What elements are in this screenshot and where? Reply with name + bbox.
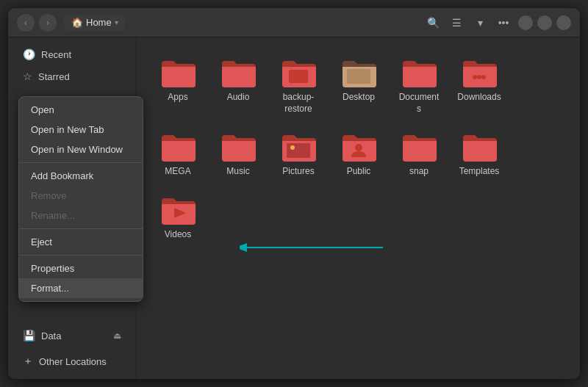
nav-buttons: ‹ ›	[17, 14, 57, 32]
folder-apps[interactable]: Apps	[151, 52, 204, 119]
sidebar-item-data-label: Data	[41, 330, 61, 341]
titlebar: ‹ › 🏠 Home ▾ 🔍 ☰ ▾ ••• – □ ✕	[8, 8, 580, 37]
ctx-format[interactable]: Format...	[19, 278, 143, 298]
folder-documents-label: Documents	[397, 92, 441, 115]
breadcrumb[interactable]: 🏠 Home ▾	[64, 14, 126, 31]
folder-mega-icon	[159, 131, 197, 163]
folder-grid: Apps Audio	[151, 52, 565, 245]
forward-button[interactable]: ›	[39, 14, 57, 32]
sidebar-item-other-locations[interactable]: ＋ Other Locations	[11, 350, 133, 372]
titlebar-actions: 🔍 ☰ ▾ •••	[424, 14, 512, 32]
svg-point-6	[481, 75, 486, 79]
svg-rect-3	[347, 69, 370, 84]
folder-videos[interactable]: Videos	[151, 189, 204, 245]
folder-templates-icon	[460, 131, 498, 163]
window-controls: – □ ✕	[518, 15, 571, 30]
folder-music[interactable]: Music	[212, 126, 265, 182]
folder-snap-label: snap	[409, 166, 429, 178]
folder-desktop-label: Desktop	[343, 92, 375, 104]
ctx-separator-3	[19, 255, 143, 256]
folder-snap-icon	[400, 131, 438, 163]
folder-desktop-icon	[340, 57, 378, 89]
search-icon: 🔍	[427, 17, 440, 29]
maximize-button[interactable]: □	[537, 15, 552, 30]
view-menu-button[interactable]: ☰	[448, 14, 465, 32]
svg-rect-7	[287, 143, 310, 158]
folder-public-icon	[340, 131, 378, 163]
folder-backup-restore-icon	[279, 57, 318, 89]
file-manager-window: ‹ › 🏠 Home ▾ 🔍 ☰ ▾ ••• – □ ✕	[7, 7, 581, 380]
breadcrumb-label: Home	[86, 17, 112, 28]
sidebar-item-starred-label: Starred	[38, 71, 70, 82]
folder-apps-icon	[159, 57, 197, 89]
folder-videos-icon	[159, 194, 197, 226]
svg-point-9	[355, 144, 362, 151]
ctx-properties[interactable]: Properties	[19, 258, 143, 278]
breadcrumb-arrow: ▾	[115, 18, 118, 26]
filter-button[interactable]: ▾	[471, 14, 489, 32]
sidebar-item-recent-label: Recent	[41, 49, 71, 60]
folder-audio[interactable]: Audio	[212, 52, 265, 119]
context-menu: Open Open in New Tab Open in New Window …	[18, 96, 143, 302]
ctx-open[interactable]: Open	[19, 100, 143, 120]
folder-music-icon	[219, 131, 257, 163]
folder-music-label: Music	[226, 166, 249, 178]
svg-point-4	[473, 75, 477, 79]
folder-documents-icon	[400, 57, 438, 89]
list-icon: ☰	[452, 17, 462, 29]
minimize-button[interactable]: –	[518, 15, 533, 30]
folder-backup-restore-label: backup-restore	[276, 92, 320, 115]
folder-public[interactable]: Public	[332, 126, 385, 182]
main-layout: 🕐 Recent ☆ Starred Open Open in New Tab …	[8, 37, 580, 379]
ctx-remove: Remove	[19, 186, 143, 206]
more-icon: •••	[498, 17, 509, 29]
sidebar-item-recent[interactable]: 🕐 Recent	[11, 44, 133, 65]
filter-icon: ▾	[478, 17, 483, 29]
folder-mega[interactable]: MEGA	[151, 126, 204, 182]
folder-downloads-icon	[460, 57, 498, 89]
folder-audio-icon	[219, 57, 257, 89]
ctx-add-bookmark[interactable]: Add Bookmark	[19, 166, 143, 186]
folder-snap[interactable]: snap	[392, 126, 445, 182]
sidebar-item-starred[interactable]: ☆ Starred	[11, 66, 133, 87]
folder-videos-label: Videos	[165, 229, 191, 241]
folder-audio-label: Audio	[227, 92, 250, 104]
folder-backup-restore[interactable]: backup-restore	[272, 52, 325, 119]
sidebar-item-other-locations-label: Other Locations	[39, 356, 107, 367]
drive-icon: 💾	[23, 330, 35, 341]
sidebar: 🕐 Recent ☆ Starred Open Open in New Tab …	[8, 37, 137, 379]
folder-templates-label: Templates	[459, 166, 500, 178]
folder-documents[interactable]: Documents	[392, 52, 445, 119]
folder-templates[interactable]: Templates	[453, 126, 506, 182]
ctx-open-new-window[interactable]: Open in New Window	[19, 140, 143, 159]
folder-pictures-label: Pictures	[282, 166, 314, 178]
plus-icon: ＋	[23, 355, 33, 368]
folder-pictures[interactable]: Pictures	[272, 126, 325, 182]
folder-downloads-label: Downloads	[457, 92, 501, 104]
eject-icon[interactable]: ⏏	[113, 330, 121, 341]
search-button[interactable]: 🔍	[424, 14, 442, 32]
svg-point-8	[290, 145, 295, 150]
folder-desktop[interactable]: Desktop	[332, 52, 385, 119]
more-button[interactable]: •••	[495, 14, 512, 32]
folder-mega-label: MEGA	[165, 166, 190, 178]
ctx-separator-1	[19, 162, 143, 163]
folder-public-label: Public	[347, 166, 371, 178]
clock-icon: 🕐	[23, 48, 35, 60]
folder-apps-label: Apps	[168, 92, 187, 104]
close-button[interactable]: ✕	[556, 15, 571, 30]
ctx-separator-2	[19, 228, 143, 229]
home-icon: 🏠	[71, 17, 83, 28]
folder-downloads[interactable]: Downloads	[453, 52, 506, 119]
ctx-rename: Rename...	[19, 206, 143, 225]
ctx-eject[interactable]: Eject	[19, 232, 143, 252]
svg-point-5	[477, 75, 481, 79]
sidebar-item-data[interactable]: 💾 Data ⏏	[11, 325, 133, 346]
svg-rect-2	[289, 70, 308, 83]
star-icon: ☆	[23, 70, 32, 82]
folder-pictures-icon	[279, 131, 318, 163]
ctx-open-new-tab[interactable]: Open in New Tab	[19, 120, 143, 140]
back-button[interactable]: ‹	[17, 14, 35, 32]
file-content: Apps Audio	[137, 37, 580, 379]
